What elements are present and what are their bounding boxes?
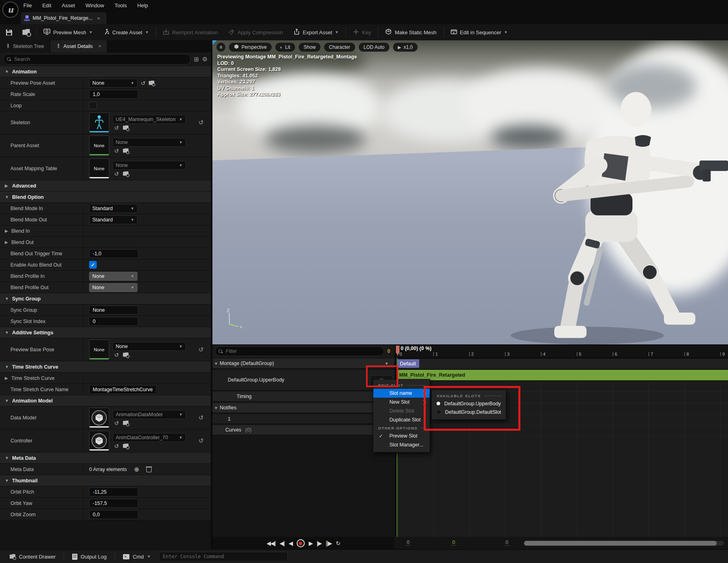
arrow-down-icon[interactable]: ▼: [5, 69, 9, 74]
browse-to-asset-button[interactable]: [18, 24, 35, 40]
section-header-blend-option[interactable]: ▼Blend Option: [0, 192, 211, 203]
scrollbar-handle[interactable]: [524, 541, 717, 546]
timeline-row-curves[interactable]: Curves (0): [212, 425, 394, 436]
create-asset-button[interactable]: Create Asset▼: [98, 24, 154, 40]
viewport-pill-lit[interactable]: ◐Lit: [275, 43, 295, 52]
tab-close-icon[interactable]: ×: [98, 44, 101, 49]
menu-file[interactable]: File: [23, 2, 32, 8]
asset-thumbnail[interactable]: [89, 408, 109, 428]
viewport-pill-show[interactable]: Show: [299, 43, 320, 52]
dropdown-blend-profile-out[interactable]: None▼: [89, 283, 137, 292]
checkbox-enable-auto-blend-out[interactable]: ✓: [89, 261, 97, 269]
dropdown-blend-mode-out[interactable]: Standard▼: [89, 215, 137, 224]
submenu-item-defaultgroup-defaultslot[interactable]: DefaultGroup.DefaultSlot: [432, 408, 506, 416]
details-settings-gear-icon[interactable]: ⚙: [202, 56, 208, 63]
input-orbit-zoom[interactable]: 0,0: [89, 510, 138, 519]
use-selected-asset-icon[interactable]: ↺: [114, 443, 119, 449]
reset-to-default-icon[interactable]: ↺: [198, 414, 204, 421]
arrow-right-icon[interactable]: ▶: [5, 376, 8, 380]
arrow-down-icon[interactable]: ▼: [5, 478, 9, 483]
tab-asset-editor[interactable]: MM_Pistol_Fire_Retarge... ×: [21, 12, 106, 24]
default-group-tag[interactable]: Default: [397, 359, 419, 368]
checkbox-loop[interactable]: [89, 102, 97, 109]
tab-close-icon[interactable]: ×: [97, 15, 100, 21]
timeline-row-notify-track[interactable]: 1: [212, 414, 394, 424]
timeline-row-slot-track[interactable]: DefaultGroup.UpperBody ▼ Slot: [212, 370, 394, 391]
use-selected-asset-icon[interactable]: ↺: [114, 352, 119, 358]
reset-to-default-icon[interactable]: ↺: [198, 437, 204, 444]
browse-to-asset-icon[interactable]: [149, 81, 155, 85]
input-sync-group[interactable]: None: [89, 306, 138, 315]
menu-window[interactable]: Window: [85, 2, 104, 8]
asset-dropdown[interactable]: None▼: [112, 342, 186, 351]
arrow-down-icon[interactable]: ▼: [5, 296, 9, 301]
arrow-right-icon[interactable]: ▶: [5, 183, 9, 188]
use-selected-asset-icon[interactable]: ↺: [114, 171, 119, 177]
timeline-row-notifies[interactable]: ▼ Notifies: [212, 403, 394, 413]
dropdown-blend-profile-in[interactable]: None▼: [89, 272, 137, 281]
output-log-button[interactable]: Output Log: [67, 550, 112, 563]
browse-to-asset-icon[interactable]: [123, 444, 129, 448]
reset-to-default-icon[interactable]: ↺: [198, 119, 204, 126]
transport-button[interactable]: ◀◀|: [266, 540, 275, 546]
save-button[interactable]: [0, 24, 18, 40]
export-asset-button[interactable]: Export Asset▼: [288, 24, 344, 40]
menu-item-slot-name[interactable]: Slot name❯: [373, 389, 430, 398]
section-header-time-stretch-curve[interactable]: ▼Time Stretch Curve: [0, 361, 211, 373]
asset-thumbnail[interactable]: None: [89, 158, 109, 179]
timeline-filter-box[interactable]: [215, 346, 384, 356]
asset-thumbnail[interactable]: None: [89, 136, 109, 156]
asset-dropdown[interactable]: UE4_Mannequin_Skeleton▼: [112, 115, 186, 124]
asset-dropdown[interactable]: AnimationDataModel▼: [112, 410, 186, 419]
timeline-row-montage-group[interactable]: ▼ Montage (DefaultGroup) ▼: [212, 359, 394, 369]
record-button[interactable]: [297, 539, 305, 547]
input-orbit-pitch[interactable]: -11,25: [89, 488, 138, 496]
menu-tools[interactable]: Tools: [114, 2, 127, 8]
timeline-filter-input[interactable]: [225, 348, 381, 354]
clear-array-icon[interactable]: [146, 467, 152, 472]
section-header-additive-settings[interactable]: ▼Additive Settings: [0, 327, 211, 338]
menu-edit[interactable]: Edit: [42, 2, 51, 8]
section-header-sync-group[interactable]: ▼Sync Group: [0, 293, 211, 304]
transport-button[interactable]: ◀|: [280, 540, 285, 546]
timeline-counter[interactable]: 0: [406, 540, 411, 546]
preview-mesh-button[interactable]: Preview Mesh▼: [38, 24, 98, 40]
menu-item-preview-slot[interactable]: ✓Preview Slot: [373, 432, 430, 440]
use-selected-asset-icon[interactable]: ↺: [141, 80, 146, 86]
section-header-thumbnail[interactable]: ▼Thumbnail: [0, 475, 211, 486]
make-static-mesh-button[interactable]: Make Static Mesh: [380, 24, 441, 40]
cmd-selector[interactable]: >_ Cmd ▼: [117, 550, 156, 563]
section-header-meta-data[interactable]: ▼Meta Data: [0, 452, 211, 464]
input-blend-out-trigger-time[interactable]: -1,0: [89, 249, 138, 258]
viewport-pill-perspective[interactable]: Perspective: [229, 43, 272, 52]
asset-dropdown[interactable]: None▼: [112, 161, 186, 170]
content-drawer-button[interactable]: Content Drawer: [4, 550, 61, 563]
asset-thumbnail[interactable]: None: [89, 340, 109, 360]
input-sync-slot-index[interactable]: 0: [89, 317, 138, 326]
asset-dropdown[interactable]: AnimDataController_70▼: [112, 433, 186, 442]
column-view-icon[interactable]: ⊞: [194, 56, 199, 63]
asset-thumbnail[interactable]: [89, 431, 109, 451]
montage-dropdown-icon[interactable]: ▼: [383, 361, 390, 366]
timeline-row-timing[interactable]: Timing: [212, 392, 394, 402]
timeline-counter[interactable]: 0: [504, 540, 510, 546]
menu-help[interactable]: Help: [137, 2, 148, 8]
viewport-menu-button[interactable]: ≡: [216, 43, 225, 52]
timeline-track-area[interactable]: 0 (0,00) (0 %) 0123456789 Default MM_Pis…: [395, 345, 728, 537]
panel-tab-asset-details[interactable]: Asset Details×: [50, 40, 107, 52]
input-orbit-yaw[interactable]: -157,5: [89, 499, 138, 508]
menu-item-new-slot[interactable]: New Slot❯: [373, 398, 430, 407]
browse-to-asset-icon[interactable]: [123, 421, 129, 425]
transport-button[interactable]: ◀: [289, 540, 293, 546]
section-header-animation-model[interactable]: ▼Animation Model: [0, 395, 211, 407]
menu-item-slot-manager-[interactable]: Slot Manager...: [373, 440, 430, 449]
browse-to-asset-icon[interactable]: [123, 148, 129, 153]
arrow-right-icon[interactable]: ▶: [5, 229, 8, 233]
use-selected-asset-icon[interactable]: ↺: [114, 125, 119, 131]
dropdown-preview-pose-asset[interactable]: None▼: [89, 79, 137, 88]
asset-dropdown[interactable]: None▼: [112, 138, 186, 147]
use-selected-asset-icon[interactable]: ↺: [114, 148, 119, 154]
preview-viewport[interactable]: ≡Perspective◐LitShowCharacterLOD Auto▶x1…: [212, 40, 728, 344]
montage-segment-bar[interactable]: MM_Pistol_Fire_Retargeted: [397, 370, 728, 380]
arrow-down-icon[interactable]: ▼: [5, 398, 9, 403]
